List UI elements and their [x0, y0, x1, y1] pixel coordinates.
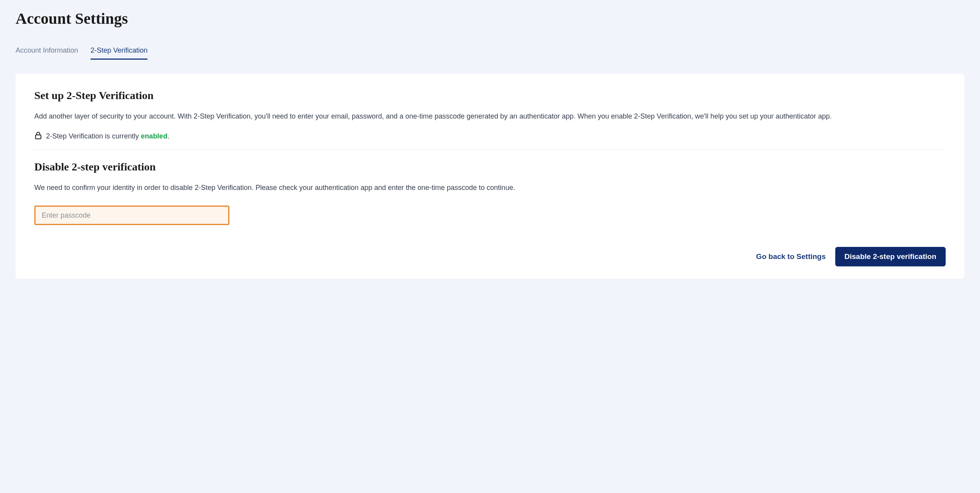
disable-2step-button[interactable]: Disable 2-step verification	[835, 247, 946, 266]
status-row: 2-Step Verification is currently enabled…	[34, 131, 946, 142]
divider	[34, 149, 946, 150]
status-prefix: 2-Step Verification is currently	[46, 132, 141, 140]
settings-card: Set up 2-Step Verification Add another l…	[16, 74, 964, 279]
tab-account-information[interactable]: Account Information	[16, 46, 78, 60]
page-title: Account Settings	[16, 9, 964, 28]
status-text: 2-Step Verification is currently enabled…	[46, 132, 169, 140]
go-back-button[interactable]: Go back to Settings	[756, 252, 826, 261]
setup-title: Set up 2-Step Verification	[34, 89, 946, 102]
passcode-input[interactable]	[34, 206, 229, 225]
disable-title: Disable 2-step verification	[34, 161, 946, 173]
disable-description: We need to confirm your identity in orde…	[34, 183, 946, 193]
setup-description: Add another layer of security to your ac…	[34, 111, 946, 122]
svg-rect-0	[36, 135, 41, 139]
status-suffix: .	[167, 132, 169, 140]
action-row: Go back to Settings Disable 2-step verif…	[34, 247, 946, 266]
tab-2-step-verification[interactable]: 2-Step Verification	[91, 46, 147, 60]
status-value: enabled	[141, 132, 167, 140]
tab-bar: Account Information 2-Step Verification	[16, 46, 964, 60]
lock-icon	[34, 131, 42, 142]
